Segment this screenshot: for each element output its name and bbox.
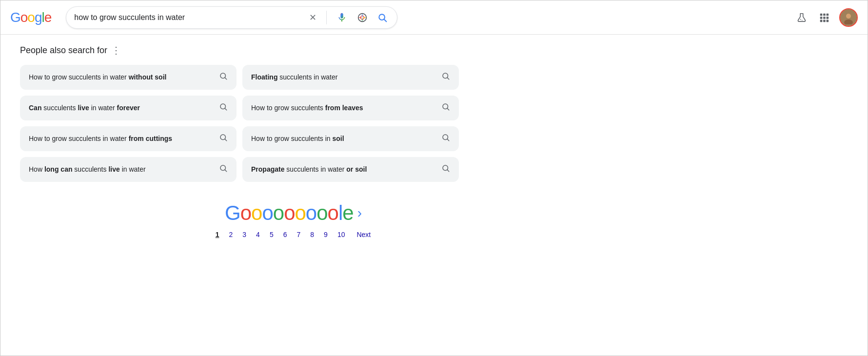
svg-line-28	[447, 139, 449, 141]
pagination-logo: Gooooooooole ›	[225, 201, 361, 225]
clear-icon: ✕	[309, 12, 316, 23]
svg-line-30	[225, 170, 227, 172]
header: Google how to grow succulents in water ✕	[0, 0, 868, 35]
related-search-card[interactable]: How long can succulents live in water	[20, 157, 237, 182]
svg-line-24	[447, 108, 449, 110]
lens-icon	[357, 12, 368, 23]
svg-line-26	[225, 139, 227, 141]
card-search-icon	[219, 102, 228, 114]
voice-search-button[interactable]	[335, 10, 349, 25]
related-search-card[interactable]: How to grow succulents in water from cut…	[20, 126, 237, 151]
card-text: How to grow succulents from leaves	[251, 103, 441, 113]
svg-rect-13	[823, 20, 826, 22]
related-search-card[interactable]: How to grow succulents from leaves	[242, 96, 459, 120]
card-search-icon	[441, 102, 450, 114]
card-search-icon	[441, 133, 450, 144]
svg-rect-14	[827, 20, 829, 22]
page-2-link[interactable]: 2	[225, 229, 237, 240]
page-numbers: 1 2 3 4 5 6 7 8 9 10 Next	[212, 229, 375, 240]
cards-grid: How to grow succulents in water without …	[20, 65, 459, 182]
search-button[interactable]	[375, 11, 389, 24]
svg-point-5	[802, 20, 802, 20]
card-search-icon	[441, 72, 450, 83]
related-search-card[interactable]: How to grow succulents in soil	[242, 126, 459, 151]
svg-line-3	[384, 19, 387, 21]
avatar[interactable]	[839, 8, 858, 27]
divider	[326, 11, 327, 24]
page-10-link[interactable]: 10	[334, 229, 349, 240]
page-8-link[interactable]: 8	[306, 229, 318, 240]
search-input[interactable]: how to grow succulents in water	[74, 13, 307, 22]
related-search-card[interactable]: How to grow succulents in water without …	[20, 65, 237, 90]
card-text: Can succulents live in water forever	[29, 103, 219, 113]
page-5-link[interactable]: 5	[266, 229, 277, 240]
page-7-link[interactable]: 7	[293, 229, 305, 240]
related-search-card[interactable]: Can succulents live in water forever	[20, 96, 237, 120]
search-icon	[377, 13, 387, 22]
grid-icon	[819, 12, 829, 23]
search-bar: how to grow succulents in water ✕	[66, 6, 397, 29]
page-6-link[interactable]: 6	[279, 229, 291, 240]
section-title: People also search for	[20, 45, 107, 56]
svg-rect-12	[820, 20, 823, 22]
section-header: People also search for ⋮	[20, 44, 566, 56]
google-logo: Google	[10, 10, 51, 25]
card-search-icon	[219, 164, 228, 175]
page-3-link[interactable]: 3	[238, 229, 250, 240]
card-text: Propagate succulents in water or soil	[251, 165, 441, 175]
card-search-icon	[219, 133, 228, 144]
related-search-card[interactable]: Floating succulents in water	[242, 65, 459, 90]
svg-rect-8	[827, 13, 829, 16]
card-text: How to grow succulents in soil	[251, 134, 441, 144]
apps-button[interactable]	[817, 10, 831, 25]
card-search-icon	[219, 72, 228, 83]
page-1-link[interactable]: 1	[212, 229, 223, 240]
flask-icon	[796, 12, 807, 23]
mic-icon	[336, 12, 347, 23]
more-options-button[interactable]: ⋮	[111, 44, 121, 56]
svg-point-15	[846, 14, 851, 19]
card-text: How to grow succulents in water without …	[29, 73, 219, 82]
card-text: How long can succulents live in water	[29, 165, 219, 175]
page-9-link[interactable]: 9	[320, 229, 332, 240]
clear-button[interactable]: ✕	[307, 10, 318, 25]
svg-line-20	[447, 78, 449, 79]
main-content: People also search for ⋮ How to grow suc…	[0, 35, 586, 255]
svg-rect-10	[823, 17, 826, 19]
labs-button[interactable]	[794, 10, 809, 25]
svg-line-32	[447, 170, 449, 172]
svg-point-16	[844, 20, 853, 24]
card-search-icon	[441, 164, 450, 175]
pagination-arrow: ›	[357, 205, 361, 221]
svg-rect-9	[820, 17, 823, 19]
page-4-link[interactable]: 4	[252, 229, 264, 240]
svg-point-4	[800, 19, 801, 20]
avatar-image	[840, 9, 857, 26]
svg-line-22	[225, 108, 227, 110]
svg-rect-7	[823, 13, 826, 16]
svg-line-18	[225, 78, 227, 79]
card-text: Floating succulents in water	[251, 73, 441, 82]
card-text: How to grow succulents in water from cut…	[29, 134, 219, 144]
search-bar-icons: ✕	[307, 10, 389, 25]
next-page-link[interactable]: Next	[353, 229, 375, 240]
lens-button[interactable]	[355, 10, 370, 25]
svg-rect-6	[820, 13, 823, 16]
pagination-section: Gooooooooole › 1 2 3 4 5 6 7 8 9 10 Next	[20, 201, 566, 240]
svg-rect-11	[827, 17, 829, 19]
related-search-card[interactable]: Propagate succulents in water or soil	[242, 157, 459, 182]
header-right	[794, 8, 858, 27]
